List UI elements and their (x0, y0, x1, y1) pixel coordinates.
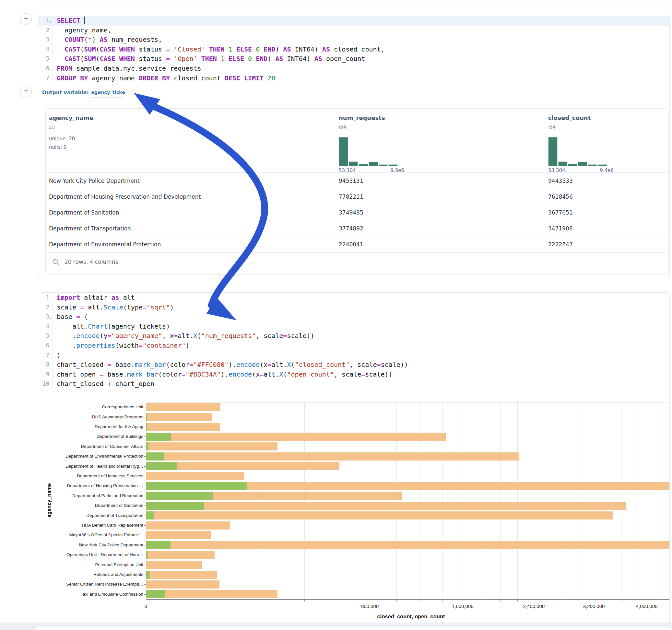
code-line[interactable]: 2 agency_name, (38, 26, 669, 35)
code-line[interactable]: 9chart_open = base.mark_bar(color="#8BC3… (38, 370, 669, 380)
search-icon[interactable] (52, 258, 59, 265)
cell-agency-name: Department of Sanitation (49, 209, 119, 216)
add-cell-button-output[interactable]: + (20, 86, 32, 97)
gridline (304, 402, 305, 599)
output-variable-input[interactable]: agency_tickets (88, 88, 125, 98)
x-tick (518, 600, 518, 602)
code-text: SELECT (53, 16, 85, 26)
gridline (482, 402, 482, 599)
x-axis-title: closed_count, open_count (369, 613, 453, 620)
code-text: chart_open = base.mark_bar(color="#8BC34… (53, 370, 392, 380)
code-line[interactable]: 2scale = alt.Scale(type="sqrt") (38, 303, 669, 312)
y-axis-label: Department of Homeless Services (40, 474, 143, 478)
x-axis-label: 2,400,000 (511, 603, 557, 609)
row-column-count: 20 rows, 4 columns (65, 259, 118, 265)
add-cell-button-top[interactable]: + (20, 13, 32, 25)
column-stat: unique: 20 (49, 136, 75, 142)
column-histogram (548, 137, 607, 166)
bar-open_count (146, 413, 147, 421)
bar-closed_count (146, 502, 626, 510)
x-tick (534, 600, 534, 602)
table-row[interactable]: Department of Environmental Protection22… (46, 237, 668, 253)
plot-top-border (146, 402, 669, 403)
code-line[interactable]: 5 .encode(y="agency_name", x=alt.X("num_… (38, 331, 669, 341)
gridline (397, 402, 397, 599)
y-axis-label: Senior Citizen Rent Increase Exempti… (40, 582, 143, 587)
line-number: 8 (38, 360, 53, 370)
cell-value: 3471908 (548, 225, 573, 232)
code-line[interactable]: 4 alt.Chart(agency_tickets) (38, 322, 669, 332)
code-line[interactable]: 6 .properties(width="container") (38, 341, 669, 350)
cell-value: 2240041 (339, 241, 363, 248)
code-line[interactable]: 8chart_closed = base.mark_bar(color="#FF… (38, 360, 669, 370)
line-number: 2 (38, 303, 53, 312)
code-line[interactable]: 7) (38, 350, 669, 360)
bar-closed_count (146, 541, 669, 549)
code-line[interactable]: 3⌄base = ( (38, 312, 669, 322)
dataframe-preview: agency_namestrunique: 20nulls: 0num_requ… (45, 108, 668, 275)
column-header-closed_count[interactable]: closed_counti6453,3049.4e6 (548, 108, 645, 172)
bar-open_count (146, 453, 164, 461)
bar-closed_count (146, 522, 230, 530)
column-name: agency_name (49, 114, 93, 121)
gridline (634, 402, 634, 599)
line-number: 5 (38, 331, 53, 341)
table-row[interactable]: Department of Transportation377489234719… (46, 221, 668, 237)
code-text: .encode(y="agency_name", x=alt.X("num_re… (53, 331, 314, 341)
bar-open_count (146, 462, 177, 470)
code-line[interactable]: 6FROM sample_data.nyc.service_requests (38, 64, 669, 74)
code-line[interactable]: 1⌄SELECT (38, 16, 669, 26)
code-line[interactable]: 1import altair as alt (38, 293, 669, 303)
dataframe-footer: 20 rows, 4 columns (52, 258, 118, 265)
column-dtype: str (49, 124, 55, 130)
cell-value: 2222847 (548, 241, 573, 248)
gridline (462, 402, 463, 599)
sql-code-editor[interactable]: 1⌄SELECT 2 agency_name,3 COUNT(*) AS num… (38, 16, 669, 83)
table-row[interactable]: Department of Sanitation37494853677651 (46, 205, 668, 221)
cell-agency-name: New York City Police Department (49, 177, 140, 184)
bar-closed_count (146, 403, 220, 411)
cell-value: 9453131 (339, 177, 363, 184)
bar-closed_count (146, 551, 215, 559)
header-separator (46, 172, 668, 173)
gridline (420, 402, 421, 599)
y-axis-label: Department of Consumer Affairs (40, 444, 143, 449)
code-text: import altair as alt (53, 293, 135, 303)
fold-chevron-icon[interactable]: ⌄ (49, 312, 51, 322)
gridline (621, 402, 621, 599)
x-tick (340, 600, 340, 602)
bar-open_count (146, 423, 147, 431)
gridline (659, 402, 659, 599)
python-code-editor[interactable]: 1import altair as alt2scale = alt.Scale(… (38, 293, 669, 389)
code-text: CAST(SUM(CASE WHEN status = 'Closed' THE… (53, 45, 385, 54)
x-tick (304, 600, 305, 602)
x-axis-label: 0 (123, 603, 169, 609)
bar-closed_count (146, 561, 202, 569)
fold-chevron-icon[interactable]: ⌄ (49, 16, 51, 26)
code-line[interactable]: 4 CAST(SUM(CASE WHEN status = 'Closed' T… (38, 45, 669, 54)
column-header-num_requests[interactable]: num_requestsi6453,3049.5e6 (339, 108, 436, 172)
code-text: chart_closed = base.mark_bar(color="#FFC… (53, 360, 408, 370)
x-tick (500, 600, 501, 602)
y-axis-label: HRA Benefit Card Replacement (40, 523, 143, 528)
y-axis-label: Personal Exemption Unit (40, 562, 143, 567)
altair-chart-output: Correspondence UnitDHS Advantage Program… (38, 395, 669, 625)
table-row[interactable]: New York City Police Department945313194… (46, 173, 668, 189)
line-number: 7 (38, 74, 53, 83)
line-number: 7 (38, 350, 53, 360)
x-tick (462, 600, 463, 602)
y-axis-domain (146, 402, 146, 599)
code-line[interactable]: 10chart_closed + chart_open (38, 379, 669, 389)
gridline (594, 402, 594, 599)
x-tick (146, 600, 146, 602)
gridline (258, 402, 258, 599)
code-line[interactable]: 5 CAST(SUM(CASE WHEN status = 'Open' THE… (38, 54, 669, 64)
code-line[interactable]: 3 COUNT(*) AS num_requests, (38, 35, 669, 45)
column-header-agency_name[interactable]: agency_namestrunique: 20nulls: 0 (49, 108, 146, 172)
table-row[interactable]: Department of Housing Preservation and D… (46, 189, 668, 205)
y-axis-label: Department of Environmental Protection (40, 454, 143, 459)
code-line[interactable]: 7GROUP BY agency_name ORDER BY closed_co… (38, 74, 669, 83)
y-axis-label: Department of Transportation (40, 513, 143, 518)
column-stat: nulls: 0 (49, 144, 67, 150)
code-text: base = ( (53, 312, 88, 322)
